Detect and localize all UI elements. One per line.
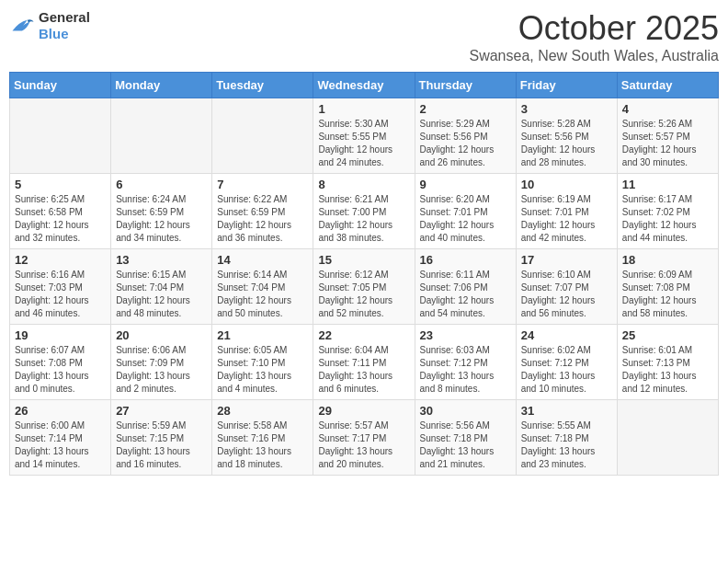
day-number: 7	[217, 178, 308, 191]
calendar-cell: 11Sunrise: 6:17 AM Sunset: 7:02 PM Dayli…	[617, 174, 718, 249]
day-number: 11	[622, 178, 713, 191]
day-info: Sunrise: 5:30 AM Sunset: 5:55 PM Dayligh…	[318, 118, 409, 169]
day-number: 22	[318, 328, 409, 342]
day-number: 2	[420, 102, 511, 116]
day-info: Sunrise: 6:05 AM Sunset: 7:10 PM Dayligh…	[217, 344, 308, 396]
calendar-cell: 6Sunrise: 6:24 AM Sunset: 6:59 PM Daylig…	[111, 174, 212, 249]
calendar-week-row: 12Sunrise: 6:16 AM Sunset: 7:03 PM Dayli…	[10, 249, 719, 325]
day-number: 9	[420, 178, 511, 191]
calendar-cell: 15Sunrise: 6:12 AM Sunset: 7:05 PM Dayli…	[313, 249, 415, 325]
day-number: 6	[116, 178, 207, 191]
day-info: Sunrise: 5:29 AM Sunset: 5:56 PM Dayligh…	[420, 118, 511, 169]
day-number: 20	[116, 328, 207, 342]
day-info: Sunrise: 5:28 AM Sunset: 5:56 PM Dayligh…	[521, 118, 612, 169]
calendar-cell: 31Sunrise: 5:55 AM Sunset: 7:18 PM Dayli…	[516, 400, 617, 476]
day-info: Sunrise: 6:19 AM Sunset: 7:01 PM Dayligh…	[521, 193, 612, 245]
calendar-cell: 12Sunrise: 6:16 AM Sunset: 7:03 PM Dayli…	[10, 249, 111, 325]
calendar-cell: 20Sunrise: 6:06 AM Sunset: 7:09 PM Dayli…	[111, 325, 212, 400]
calendar-cell: 14Sunrise: 6:14 AM Sunset: 7:04 PM Dayli…	[212, 249, 313, 325]
calendar-week-row: 19Sunrise: 6:07 AM Sunset: 7:08 PM Dayli…	[10, 325, 719, 400]
calendar-cell	[212, 98, 313, 174]
header-saturday: Saturday	[617, 73, 718, 98]
day-number: 17	[521, 253, 612, 267]
day-info: Sunrise: 5:55 AM Sunset: 7:18 PM Dayligh…	[521, 419, 612, 471]
day-number: 19	[15, 328, 106, 342]
day-info: Sunrise: 6:00 AM Sunset: 7:14 PM Dayligh…	[15, 419, 106, 471]
day-info: Sunrise: 6:06 AM Sunset: 7:09 PM Dayligh…	[116, 344, 207, 396]
calendar-cell: 25Sunrise: 6:01 AM Sunset: 7:13 PM Dayli…	[617, 325, 718, 400]
day-number: 18	[622, 253, 713, 267]
calendar-cell: 22Sunrise: 6:04 AM Sunset: 7:11 PM Dayli…	[313, 325, 415, 400]
header-thursday: Thursday	[415, 73, 516, 98]
day-info: Sunrise: 6:14 AM Sunset: 7:04 PM Dayligh…	[217, 269, 308, 320]
calendar-cell	[10, 98, 111, 174]
calendar-cell: 21Sunrise: 6:05 AM Sunset: 7:10 PM Dayli…	[212, 325, 313, 400]
header-monday: Monday	[111, 73, 212, 98]
day-number: 15	[318, 253, 409, 267]
calendar-week-row: 5Sunrise: 6:25 AM Sunset: 6:58 PM Daylig…	[10, 174, 719, 249]
calendar-cell: 30Sunrise: 5:56 AM Sunset: 7:18 PM Dayli…	[415, 400, 516, 476]
day-info: Sunrise: 6:25 AM Sunset: 6:58 PM Dayligh…	[15, 193, 106, 245]
calendar-cell: 7Sunrise: 6:22 AM Sunset: 6:59 PM Daylig…	[212, 174, 313, 249]
logo-text: General Blue	[39, 9, 90, 42]
day-number: 26	[15, 404, 106, 418]
day-number: 27	[116, 404, 207, 418]
day-info: Sunrise: 5:59 AM Sunset: 7:15 PM Dayligh…	[116, 419, 207, 471]
day-number: 28	[217, 404, 308, 418]
calendar-cell: 29Sunrise: 5:57 AM Sunset: 7:17 PM Dayli…	[313, 400, 415, 476]
day-info: Sunrise: 6:04 AM Sunset: 7:11 PM Dayligh…	[318, 344, 409, 396]
calendar-cell: 8Sunrise: 6:21 AM Sunset: 7:00 PM Daylig…	[313, 174, 415, 249]
day-info: Sunrise: 6:15 AM Sunset: 7:04 PM Dayligh…	[116, 269, 207, 320]
day-info: Sunrise: 5:56 AM Sunset: 7:18 PM Dayligh…	[420, 419, 511, 471]
day-info: Sunrise: 6:16 AM Sunset: 7:03 PM Dayligh…	[15, 269, 106, 320]
day-number: 16	[420, 253, 511, 267]
day-number: 5	[15, 178, 106, 191]
day-info: Sunrise: 6:03 AM Sunset: 7:12 PM Dayligh…	[420, 344, 511, 396]
calendar-cell: 4Sunrise: 5:26 AM Sunset: 5:57 PM Daylig…	[617, 98, 718, 174]
page-header: General Blue October 2025 Swansea, New S…	[9, 9, 719, 64]
logo-general: General	[39, 9, 90, 25]
calendar-cell: 17Sunrise: 6:10 AM Sunset: 7:07 PM Dayli…	[516, 249, 617, 325]
day-number: 25	[622, 328, 713, 342]
day-info: Sunrise: 6:12 AM Sunset: 7:05 PM Dayligh…	[318, 269, 409, 320]
day-number: 29	[318, 404, 409, 418]
day-number: 30	[420, 404, 511, 418]
calendar-cell: 24Sunrise: 6:02 AM Sunset: 7:12 PM Dayli…	[516, 325, 617, 400]
calendar-header-row: SundayMondayTuesdayWednesdayThursdayFrid…	[10, 73, 719, 98]
day-info: Sunrise: 6:24 AM Sunset: 6:59 PM Dayligh…	[116, 193, 207, 245]
day-info: Sunrise: 6:22 AM Sunset: 6:59 PM Dayligh…	[217, 193, 308, 245]
calendar-cell: 28Sunrise: 5:58 AM Sunset: 7:16 PM Dayli…	[212, 400, 313, 476]
day-number: 23	[420, 328, 511, 342]
calendar-cell: 23Sunrise: 6:03 AM Sunset: 7:12 PM Dayli…	[415, 325, 516, 400]
day-info: Sunrise: 6:07 AM Sunset: 7:08 PM Dayligh…	[15, 344, 106, 396]
location-title: Swansea, New South Wales, Australia	[469, 48, 719, 64]
day-number: 3	[521, 102, 612, 116]
day-info: Sunrise: 6:02 AM Sunset: 7:12 PM Dayligh…	[521, 344, 612, 396]
logo-blue: Blue	[39, 26, 69, 41]
calendar-cell: 5Sunrise: 6:25 AM Sunset: 6:58 PM Daylig…	[10, 174, 111, 249]
day-info: Sunrise: 6:20 AM Sunset: 7:01 PM Dayligh…	[420, 193, 511, 245]
header-sunday: Sunday	[10, 73, 111, 98]
day-number: 4	[622, 102, 713, 116]
calendar-table: SundayMondayTuesdayWednesdayThursdayFrid…	[9, 72, 719, 476]
day-info: Sunrise: 6:21 AM Sunset: 7:00 PM Dayligh…	[318, 193, 409, 245]
day-number: 21	[217, 328, 308, 342]
day-number: 1	[318, 102, 409, 116]
day-info: Sunrise: 6:11 AM Sunset: 7:06 PM Dayligh…	[420, 269, 511, 320]
day-number: 12	[15, 253, 106, 267]
logo-bird-icon	[9, 17, 35, 35]
day-info: Sunrise: 6:09 AM Sunset: 7:08 PM Dayligh…	[622, 269, 713, 320]
calendar-cell: 1Sunrise: 5:30 AM Sunset: 5:55 PM Daylig…	[313, 98, 415, 174]
day-number: 10	[521, 178, 612, 191]
day-info: Sunrise: 6:17 AM Sunset: 7:02 PM Dayligh…	[622, 193, 713, 245]
day-number: 24	[521, 328, 612, 342]
title-area: October 2025 Swansea, New South Wales, A…	[469, 9, 719, 64]
calendar-cell	[617, 400, 718, 476]
calendar-cell: 10Sunrise: 6:19 AM Sunset: 7:01 PM Dayli…	[516, 174, 617, 249]
day-info: Sunrise: 5:58 AM Sunset: 7:16 PM Dayligh…	[217, 419, 308, 471]
header-wednesday: Wednesday	[313, 73, 415, 98]
calendar-cell: 26Sunrise: 6:00 AM Sunset: 7:14 PM Dayli…	[10, 400, 111, 476]
day-info: Sunrise: 6:01 AM Sunset: 7:13 PM Dayligh…	[622, 344, 713, 396]
calendar-cell: 16Sunrise: 6:11 AM Sunset: 7:06 PM Dayli…	[415, 249, 516, 325]
calendar-cell: 9Sunrise: 6:20 AM Sunset: 7:01 PM Daylig…	[415, 174, 516, 249]
